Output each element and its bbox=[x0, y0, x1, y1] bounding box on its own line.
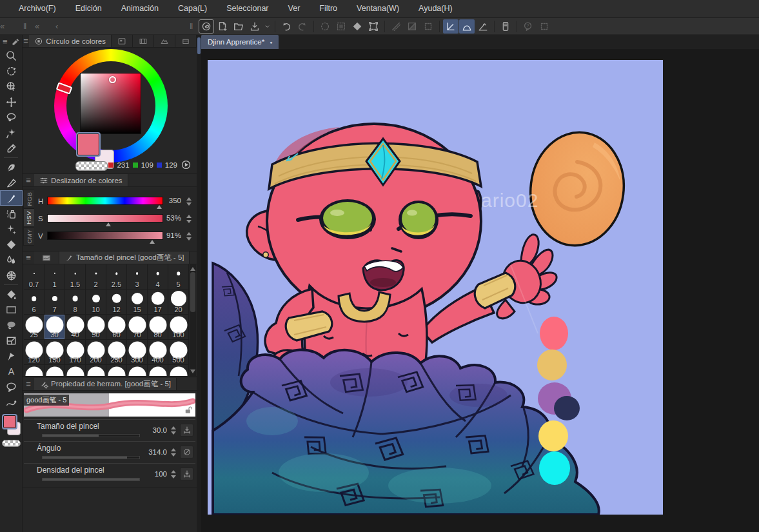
brush-size-2.5[interactable]: 2.5 bbox=[106, 264, 127, 290]
no-angle-button[interactable] bbox=[180, 446, 193, 458]
brush-size-20[interactable]: 20 bbox=[168, 290, 189, 315]
brush-size-3[interactable]: 3 bbox=[127, 264, 148, 290]
spin-up-icon[interactable] bbox=[171, 426, 176, 429]
tab-color-history[interactable] bbox=[175, 35, 197, 47]
tab-tool-property[interactable]: Propiedad de herram. [good画笔 - 5] bbox=[34, 378, 177, 390]
document-tab[interactable]: Djinn Apprentice* ● bbox=[201, 35, 279, 49]
spin-up-icon[interactable] bbox=[186, 197, 192, 201]
mode-tab-cmy[interactable]: CMY bbox=[23, 227, 34, 246]
clip-studio-logo-icon[interactable] bbox=[199, 19, 214, 34]
brush-size-hidden[interactable] bbox=[86, 365, 106, 377]
companion-device-icon[interactable] bbox=[498, 19, 513, 34]
menu-archivof[interactable]: Archivo(F) bbox=[9, 0, 66, 17]
spin-down-icon[interactable] bbox=[171, 431, 176, 435]
tool-polyline[interactable] bbox=[0, 348, 23, 364]
brush-size-hidden[interactable] bbox=[127, 365, 148, 377]
brush-size-hidden[interactable] bbox=[168, 365, 189, 377]
spin-up-icon[interactable] bbox=[186, 215, 192, 218]
register-button[interactable] bbox=[180, 424, 193, 437]
tab-color-set[interactable] bbox=[112, 35, 133, 47]
color-mode-toggle-icon[interactable] bbox=[181, 159, 192, 170]
slider-track-s[interactable] bbox=[47, 214, 163, 222]
save-file-icon[interactable] bbox=[247, 19, 262, 34]
tab-color-slider[interactable]: Deslizador de colores bbox=[34, 174, 128, 186]
brush-size-170[interactable]: 170 bbox=[65, 340, 86, 365]
brush-size-100[interactable]: 100 bbox=[168, 315, 189, 340]
brush-size-hidden[interactable] bbox=[106, 365, 127, 377]
help-icon[interactable] bbox=[520, 19, 536, 34]
brush-size-40[interactable]: 40 bbox=[65, 315, 86, 340]
tool-enclose-fill[interactable] bbox=[0, 317, 23, 333]
collapse-panel-icon[interactable] bbox=[35, 18, 39, 35]
tool-decoration[interactable] bbox=[0, 221, 23, 237]
tool-balloon[interactable] bbox=[0, 379, 23, 395]
setting-spinner[interactable] bbox=[170, 469, 177, 479]
menu-filtro[interactable]: Filtro bbox=[310, 0, 347, 17]
panel-menu-icon[interactable] bbox=[23, 378, 34, 390]
tool-figure[interactable] bbox=[0, 395, 23, 410]
brush-size-120[interactable]: 120 bbox=[24, 340, 44, 365]
panel-menu-icon[interactable] bbox=[23, 251, 34, 264]
tool-fill[interactable] bbox=[0, 286, 23, 302]
brush-size-400[interactable]: 400 bbox=[148, 340, 168, 365]
transparent-color-swatch[interactable] bbox=[2, 440, 21, 447]
deselect-icon[interactable] bbox=[350, 19, 365, 34]
spin-down-icon[interactable] bbox=[186, 202, 192, 206]
selection-options-icon[interactable] bbox=[537, 19, 552, 34]
slider-track-h[interactable] bbox=[47, 197, 163, 205]
tool-inking-pen[interactable] bbox=[0, 175, 23, 190]
brush-size-0.7[interactable]: 0.7 bbox=[24, 264, 44, 290]
brush-size-scrollbar[interactable] bbox=[190, 264, 196, 376]
slider-spinner[interactable] bbox=[185, 213, 193, 224]
brush-size-250[interactable]: 250 bbox=[106, 340, 127, 365]
tool-blend[interactable] bbox=[0, 252, 23, 268]
canvas[interactable]: mario02 bbox=[208, 60, 663, 515]
brush-size-70[interactable]: 70 bbox=[127, 315, 148, 340]
panel-menu-icon[interactable] bbox=[23, 35, 29, 47]
brush-size-30[interactable]: 30 bbox=[44, 315, 65, 340]
panel-menu-icon[interactable] bbox=[23, 174, 34, 186]
tool-text[interactable] bbox=[0, 364, 23, 379]
brush-size-hidden[interactable] bbox=[148, 365, 168, 377]
brush-size-300[interactable]: 300 bbox=[127, 340, 148, 365]
brush-size-12[interactable]: 12 bbox=[106, 290, 127, 315]
brush-size-hidden[interactable] bbox=[65, 365, 86, 377]
crop-canvas-icon[interactable] bbox=[366, 19, 381, 34]
tab-stroke-preview[interactable] bbox=[34, 251, 59, 264]
slider-spinner[interactable] bbox=[185, 231, 193, 241]
brush-size-500[interactable]: 500 bbox=[168, 340, 189, 365]
brush-size-8[interactable]: 8 bbox=[65, 290, 86, 315]
dock-scrollbar[interactable] bbox=[197, 35, 201, 532]
unlock-icon[interactable] bbox=[183, 405, 193, 415]
sv-marker[interactable] bbox=[109, 76, 116, 83]
spin-down-icon[interactable] bbox=[186, 237, 192, 241]
slider-caret-icon[interactable] bbox=[150, 240, 155, 244]
tool-brush[interactable] bbox=[0, 190, 23, 206]
brush-size-50[interactable]: 50 bbox=[86, 315, 106, 340]
redo-icon[interactable] bbox=[295, 19, 310, 34]
open-file-icon[interactable] bbox=[231, 19, 246, 34]
tool-zoom[interactable] bbox=[0, 48, 23, 63]
slider-caret-icon[interactable] bbox=[157, 205, 162, 209]
tool-auto-select[interactable] bbox=[0, 125, 23, 141]
brush-size-15[interactable]: 15 bbox=[127, 290, 148, 315]
brush-size-hidden[interactable] bbox=[24, 365, 44, 377]
setting-slider[interactable] bbox=[42, 434, 140, 437]
collapse-arrow-icon[interactable] bbox=[55, 18, 58, 35]
brush-size-7[interactable]: 7 bbox=[44, 290, 65, 315]
brush-size-2[interactable]: 2 bbox=[86, 264, 106, 290]
brush-size-25[interactable]: 25 bbox=[24, 315, 44, 340]
brush-size-4[interactable]: 4 bbox=[148, 264, 168, 290]
spin-down-icon[interactable] bbox=[186, 220, 192, 223]
slider-track-v[interactable] bbox=[47, 232, 163, 240]
foreground-color-swatch[interactable] bbox=[76, 132, 101, 157]
brush-size-10[interactable]: 10 bbox=[86, 290, 106, 315]
save-options-chevron-icon[interactable] bbox=[263, 19, 271, 34]
saturation-value-square[interactable] bbox=[80, 73, 141, 134]
brush-size-60[interactable]: 60 bbox=[106, 315, 127, 340]
collapse-left-icon[interactable] bbox=[0, 18, 5, 35]
setting-spinner[interactable] bbox=[170, 425, 177, 435]
scroll-thumb[interactable] bbox=[190, 272, 195, 312]
tab-color-wheel[interactable]: Círculo de colores bbox=[29, 35, 112, 47]
tool-eraser[interactable] bbox=[0, 237, 23, 252]
